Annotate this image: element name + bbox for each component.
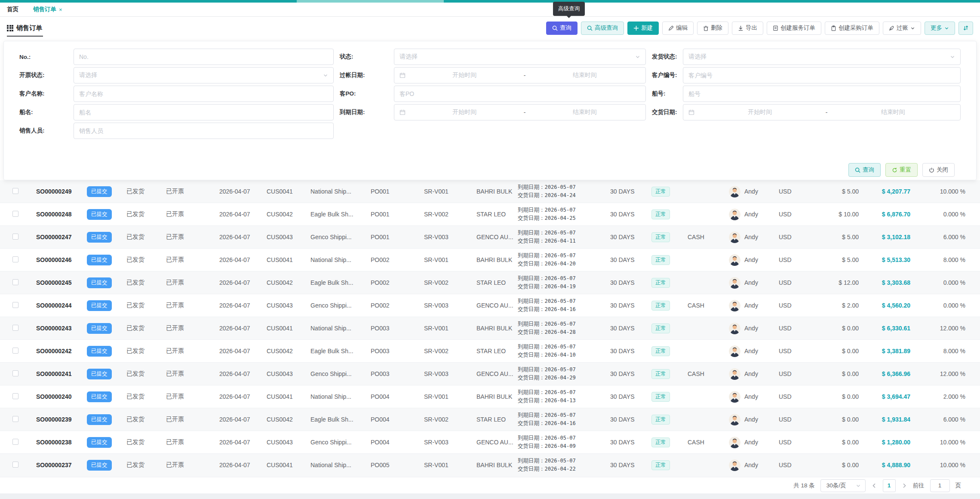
- customer-name: National Ship...: [310, 188, 371, 195]
- row-checkbox[interactable]: [12, 279, 18, 285]
- submit-status-cell: 已提交: [87, 255, 126, 265]
- salesperson-name: Andy: [744, 370, 758, 377]
- row-checkbox[interactable]: [12, 462, 18, 468]
- tab-sales-order[interactable]: 销售订单 ×: [33, 6, 62, 13]
- vessel-name: BAHRI BULK: [464, 256, 518, 263]
- customer-po: PO002: [371, 256, 412, 263]
- sort-toggle-button[interactable]: [958, 22, 973, 35]
- table-row[interactable]: SO00000238 已提交 已发货 已开票 2026-04-07 CUS004…: [0, 431, 980, 454]
- edit-icon: [668, 25, 674, 31]
- row-checkbox[interactable]: [12, 393, 18, 399]
- more-button[interactable]: 更多: [925, 22, 955, 35]
- ship-status-select[interactable]: 请选择: [683, 49, 961, 65]
- no-input[interactable]: [79, 53, 328, 60]
- current-page-button[interactable]: 1: [883, 479, 896, 492]
- date-pair: 到期日期：2026-05-07 交货日期：2026-04-29: [518, 366, 610, 382]
- table-row[interactable]: SO00000249 已提交 已发货 已开票 2026-04-07 CUS004…: [0, 180, 980, 203]
- panel-reset-button[interactable]: 重置: [885, 163, 918, 177]
- row-checkbox[interactable]: [12, 211, 18, 217]
- submit-status-cell: 已提交: [87, 300, 126, 311]
- row-checkbox[interactable]: [12, 256, 18, 262]
- advanced-search-button[interactable]: 高级查询: [581, 22, 624, 35]
- panel-search-button[interactable]: 查询: [848, 163, 881, 177]
- row-checkbox[interactable]: [12, 416, 18, 422]
- customer-name: National Ship...: [310, 462, 371, 468]
- calendar-icon: [688, 109, 694, 115]
- payment-terms: CASH: [688, 439, 729, 446]
- customer-name: Eagle Bulk Sh...: [310, 211, 371, 218]
- close-icon[interactable]: ×: [59, 6, 62, 13]
- customer-po-input[interactable]: [399, 90, 640, 97]
- ship-code: SR-V002: [412, 211, 464, 218]
- table-row[interactable]: SO00000248 已提交 已发货 已开票 2026-04-07 CUS004…: [0, 203, 980, 226]
- field-delivery-date: 交货日期: 开始时间 - 结束时间: [652, 104, 961, 120]
- ship-name-input[interactable]: [79, 109, 328, 116]
- table-row[interactable]: SO00000247 已提交 已发货 已开票 2026-04-07 CUS004…: [0, 226, 980, 249]
- submit-status-cell: 已提交: [87, 346, 126, 357]
- calendar-icon: [399, 72, 406, 78]
- currency: USD: [779, 439, 811, 446]
- next-page-button[interactable]: [901, 483, 907, 489]
- due-date-label: 到期日期：: [518, 230, 545, 236]
- calendar-icon: [399, 109, 406, 115]
- row-checkbox[interactable]: [12, 188, 18, 194]
- table-row[interactable]: SO00000246 已提交 已发货 已开票 2026-04-07 CUS004…: [0, 249, 980, 271]
- customer-code: CUS0041: [267, 256, 310, 263]
- payment-days: 30 DAYS: [610, 348, 651, 354]
- submitted-badge: 已提交: [87, 369, 112, 379]
- prev-page-button[interactable]: [871, 483, 877, 489]
- due-date-range[interactable]: 开始时间 - 结束时间: [394, 104, 646, 120]
- row-checkbox-cell: [9, 279, 36, 286]
- row-checkbox[interactable]: [12, 370, 18, 376]
- row-checkbox[interactable]: [12, 348, 18, 354]
- delivery-date-range[interactable]: 开始时间 - 结束时间: [683, 104, 961, 120]
- total-amount: $ 4,560.20: [859, 302, 910, 309]
- post-date-range[interactable]: 开始时间 - 结束时间: [394, 67, 646, 83]
- create-purchase-order-button[interactable]: 创建采购订单: [825, 22, 879, 35]
- ship-no-input[interactable]: [688, 90, 955, 97]
- table-row[interactable]: SO00000239 已提交 已发货 已开票 2026-04-07 CUS004…: [0, 408, 980, 431]
- field-invoice-status: 开票状态: 请选择: [19, 67, 334, 83]
- salesperson-cell: Andy: [729, 437, 779, 448]
- customer-po: PO001: [371, 188, 412, 195]
- status-select[interactable]: 请选择: [394, 49, 646, 65]
- goto-page-input[interactable]: [930, 479, 950, 492]
- vessel-name: GENCO AU...: [464, 302, 518, 309]
- table-row[interactable]: SO00000245 已提交 已发货 已开票 2026-04-07 CUS004…: [0, 271, 980, 294]
- tab-bar: 首页 销售订单 ×: [0, 3, 980, 17]
- payment-days: 30 DAYS: [610, 416, 651, 423]
- field-ship-name: 船名:: [19, 104, 334, 120]
- row-checkbox[interactable]: [12, 325, 18, 331]
- table-row[interactable]: SO00000243 已提交 已发货 已开票 2026-04-07 CUS004…: [0, 317, 980, 340]
- table-row[interactable]: SO00000241 已提交 已发货 已开票 2026-04-07 CUS004…: [0, 363, 980, 385]
- create-service-order-button[interactable]: 创建服务订单: [767, 22, 821, 35]
- date-pair: 到期日期：2026-05-07 交货日期：2026-04-10: [518, 343, 610, 360]
- row-checkbox[interactable]: [12, 439, 18, 445]
- row-checkbox-cell: [9, 325, 36, 332]
- tab-home[interactable]: 首页: [7, 6, 18, 13]
- edit-button[interactable]: 编辑: [662, 22, 694, 35]
- salesperson-input[interactable]: [79, 127, 328, 134]
- invoice-status-select[interactable]: 请选择: [74, 67, 334, 83]
- create-button[interactable]: 新建: [627, 22, 659, 35]
- customer-code: CUS0041: [267, 393, 310, 400]
- table-row[interactable]: SO00000242 已提交 已发货 已开票 2026-04-07 CUS004…: [0, 340, 980, 363]
- table-row[interactable]: SO00000240 已提交 已发货 已开票 2026-04-07 CUS004…: [0, 385, 980, 408]
- export-button[interactable]: 导出: [732, 22, 763, 35]
- row-checkbox[interactable]: [12, 234, 18, 240]
- panel-close-button[interactable]: 关闭: [922, 163, 955, 177]
- delete-button[interactable]: 删除: [697, 22, 728, 35]
- due-date-label: 到期日期：: [518, 344, 545, 350]
- post-button[interactable]: 过账: [883, 22, 921, 35]
- customer-no-input[interactable]: [688, 72, 955, 79]
- table-row[interactable]: SO00000237 已提交 已发货 已开票 2026-04-07 CUS004…: [0, 454, 980, 477]
- delivery-date-label: 交货日期：: [518, 215, 545, 221]
- delivery-date-value: 2026-04-19: [545, 283, 576, 290]
- page-size-select[interactable]: 30条/页: [820, 479, 866, 492]
- table-row[interactable]: SO00000244 已提交 已发货 已开票 2026-04-07 CUS004…: [0, 294, 980, 317]
- search-button[interactable]: 查询: [546, 22, 578, 35]
- customer-name-input[interactable]: [79, 90, 328, 97]
- row-checkbox[interactable]: [12, 302, 18, 308]
- discount-percent: 0.000 %: [910, 279, 965, 286]
- delivery-date-label: 交货日期：: [518, 420, 545, 426]
